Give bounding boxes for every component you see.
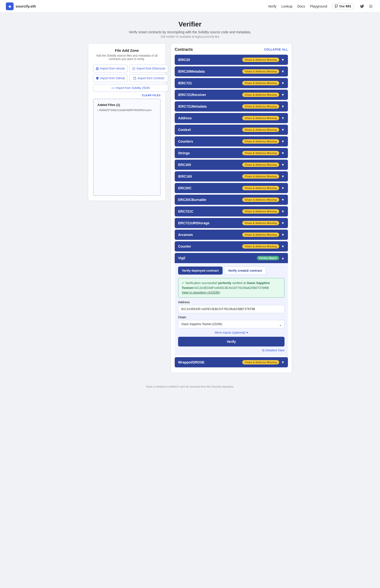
chain-select[interactable]: Oasis Sapphire Testnet (23295): [178, 320, 285, 328]
contract-item: ERC721C Chain & Address Missing ▼: [175, 206, 288, 216]
contract-badge: Chain & Address Missing: [242, 232, 279, 237]
page-footer: Once a contract is verified it can't be …: [0, 383, 380, 390]
contract-header[interactable]: IERC721 Chain & Address Missing ▼: [175, 78, 288, 88]
contract-item: Arcanum Chain & Address Missing ▼: [175, 230, 288, 240]
chevron-down-icon: ▼: [281, 174, 285, 178]
address-input[interactable]: [178, 305, 285, 313]
contract-header[interactable]: IERC20Metadata Chain & Address Missing ▼: [175, 66, 288, 76]
contract-header[interactable]: IERC721Metadata Chain & Address Missing …: [175, 101, 288, 112]
contract-header[interactable]: IERC20 Chain & Address Missing ▼: [175, 55, 288, 65]
contract-header[interactable]: ERC20CBurnable Chain & Address Missing ▼: [175, 195, 288, 205]
chain-select-wrapper: Oasis Sapphire Testnet (23295): [178, 320, 285, 331]
contract-name: Arcanum: [178, 233, 193, 237]
contract-header[interactable]: Counter Chain & Address Missing ▼: [175, 241, 288, 251]
brand-name: sourcify.eth: [16, 4, 36, 8]
import-remote-button[interactable]: Import from remote: [93, 65, 128, 72]
verify-button[interactable]: Verify: [178, 337, 285, 346]
contract-header[interactable]: Context Chain & Address Missing ▼: [175, 125, 288, 135]
contract-name: Counters: [178, 139, 193, 143]
menu-icon[interactable]: [367, 3, 374, 10]
contract-item: IERC165 Chain & Address Missing ▼: [175, 171, 288, 182]
contract-item: Counters Chain & Address Missing ▼: [175, 136, 288, 147]
chevron-down-icon: ▼: [281, 233, 285, 237]
import-contract-button[interactable]: Import from Contract: [130, 74, 168, 82]
chevron-down-icon: ▼: [281, 163, 285, 167]
chevron-down-icon: ▼: [281, 245, 285, 248]
detailed-view-link[interactable]: ⧉ Detailed View: [178, 348, 285, 352]
contract-badge: Chain & Address Missing: [242, 163, 279, 167]
contract-right: Chain & Address Missing ▼: [242, 57, 285, 62]
contract-header[interactable]: WrappedSROSE Chain & Address Missing ▼: [175, 357, 288, 367]
contract-right: Chain & Address Missing ▼: [242, 232, 285, 237]
contract-right: Chain & Address Missing ▼: [242, 198, 285, 202]
contract-header[interactable]: ERC165 Chain & Address Missing ▼: [175, 160, 288, 170]
contract-item: Context Chain & Address Missing ▼: [175, 125, 288, 135]
footer-text: Once a contract is verified it can't be …: [146, 385, 234, 388]
chevron-down-icon: ▼: [281, 360, 285, 364]
contract-header[interactable]: Vigil Perfect Match ▲: [175, 253, 288, 263]
repository-link[interactable]: View in repository (#23295): [182, 291, 220, 294]
contract-name: WrappedSROSE: [178, 360, 205, 364]
collapse-all-link[interactable]: COLLAPSE ALL: [264, 48, 288, 51]
import-github-button[interactable]: Import from GitHub: [93, 74, 128, 82]
contract-right: Chain & Address Missing ▼: [242, 174, 285, 179]
contract-name: IERC20: [178, 58, 190, 62]
contract-right: Chain & Address Missing ▼: [242, 244, 285, 248]
right-panel: Contracts COLLAPSE ALL IERC20 Chain & Ad…: [171, 43, 292, 373]
chevron-down-icon: ▼: [281, 128, 285, 132]
star-button[interactable]: Star 631: [332, 3, 354, 9]
import-solidity-json-button[interactable]: Import from Solidity JSON: [93, 84, 168, 92]
tab-deployed[interactable]: Verify deployed contract: [178, 266, 223, 275]
contract-header[interactable]: Strings Chain & Address Missing ▼: [175, 148, 288, 158]
contract-header[interactable]: ERC721URIStorage Chain & Address Missing…: [175, 218, 288, 228]
clear-files-link[interactable]: CLEAR FILES: [93, 94, 161, 97]
contract-header[interactable]: Arcanum Chain & Address Missing ▼: [175, 230, 288, 240]
contract-item: IERC721 Chain & Address Missing ▼: [175, 78, 288, 88]
drop-zone[interactable]: Added Files (1) • f5d9d20733dd12a3a9c6b8…: [93, 99, 161, 196]
more-inputs-link[interactable]: More Inputs (optional) ▾: [178, 331, 285, 334]
contract-header[interactable]: ERC20C Chain & Address Missing ▼: [175, 183, 288, 193]
zone-subtitle: Add the Solidity source files and metada…: [93, 54, 161, 61]
brand-icon: ◈: [6, 2, 14, 10]
tab-create2[interactable]: Verify create2 contract: [224, 266, 266, 275]
contract-item: ERC20C Chain & Address Missing ▼: [175, 183, 288, 193]
page-title: Verifier: [5, 20, 375, 28]
nav-lookup[interactable]: Lookup: [281, 4, 293, 8]
chevron-down-icon: ▼: [281, 70, 285, 73]
contract-right: Chain & Address Missing ▼: [242, 360, 285, 364]
contract-right: Chain & Address Missing ▼: [242, 186, 285, 190]
twitter-icon[interactable]: [359, 3, 365, 10]
nav-docs[interactable]: Docs: [297, 4, 305, 8]
main-container: File Add Zone Add the Solidity source fi…: [83, 43, 297, 383]
contract-item: WrappedSROSE Chain & Address Missing ▼: [175, 357, 288, 367]
contract-name: Counter: [178, 245, 191, 248]
contracts-title: Contracts: [175, 47, 193, 52]
chevron-down-icon: ▼: [281, 221, 285, 225]
star-label: Star: [339, 4, 345, 8]
contract-header[interactable]: Counters Chain & Address Missing ▼: [175, 136, 288, 147]
file-add-zone: File Add Zone Add the Solidity source fi…: [88, 43, 166, 201]
import-etherscan-button[interactable]: Import from Etherscan: [130, 65, 168, 72]
contract-right: Chain & Address Missing ▼: [242, 209, 285, 214]
contract-header[interactable]: IERC165 Chain & Address Missing ▼: [175, 171, 288, 182]
contract-badge: Perfect Match: [257, 256, 279, 260]
contract-header[interactable]: ERC721C Chain & Address Missing ▼: [175, 206, 288, 216]
contract-right: Chain & Address Missing ▼: [242, 151, 285, 155]
legacy-link[interactable]: legacy.sourcify.dev: [195, 35, 219, 38]
contract-badge: Chain & Address Missing: [242, 93, 279, 97]
contract-name: Context: [178, 128, 191, 132]
contract-badge: Chain & Address Missing: [242, 104, 279, 109]
contract-badge: Chain & Address Missing: [242, 360, 279, 364]
contract-name: IERC721: [178, 81, 192, 85]
chevron-down-icon: ▼: [281, 58, 285, 62]
contract-right: Chain & Address Missing ▼: [242, 69, 285, 74]
nav-playground[interactable]: Playground: [310, 4, 327, 8]
contract-right: Chain & Address Missing ▼: [242, 221, 285, 225]
page-header: Verifier Verify smart contracts by recom…: [0, 13, 380, 43]
contract-header[interactable]: Address Chain & Address Missing ▼: [175, 113, 288, 123]
contract-name: ERC165: [178, 163, 191, 167]
contract-right: Chain & Address Missing ▼: [242, 128, 285, 132]
contract-header[interactable]: IERC721Receiver Chain & Address Missing …: [175, 90, 288, 100]
contract-item: ERC165 Chain & Address Missing ▼: [175, 160, 288, 170]
nav-verify[interactable]: Verify: [268, 4, 277, 8]
